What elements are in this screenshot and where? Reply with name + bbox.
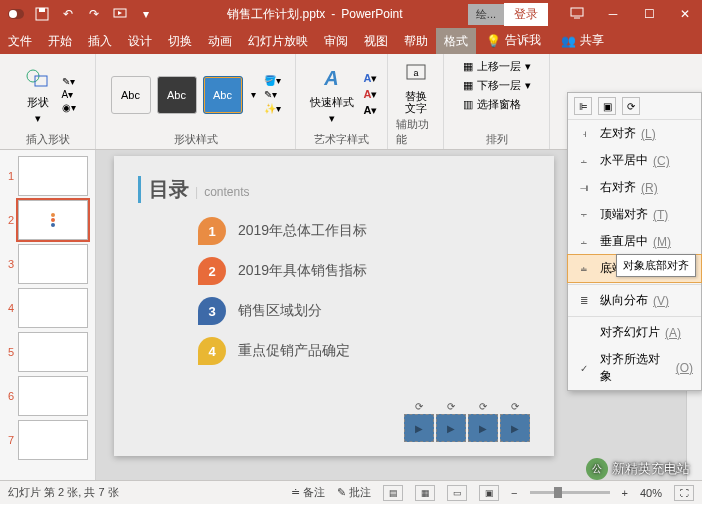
text-fill-icon[interactable]: A▾ [364, 72, 378, 85]
thumb-6[interactable] [18, 376, 88, 416]
tab-file[interactable]: 文件 [0, 28, 40, 54]
align-bottom-icon: ⫨ [576, 263, 592, 274]
maximize-icon[interactable]: ☐ [632, 0, 666, 28]
text-box-icon[interactable]: A▾ [62, 89, 76, 100]
thumb-4[interactable] [18, 288, 88, 328]
rotate-handle-icon[interactable]: ⟳ [511, 401, 519, 412]
selected-shapes-group[interactable]: ⟳ ⟳ ⟳ ⟳ [404, 414, 530, 442]
shape-outline-icon[interactable]: ✎▾ [264, 89, 281, 100]
svg-rect-3 [39, 8, 45, 12]
tab-view[interactable]: 视图 [356, 28, 396, 54]
selected-shape[interactable]: ⟳ [404, 414, 434, 442]
wordart-quick-styles[interactable]: A 快速样式 ▾ [306, 63, 358, 127]
thumb-2[interactable] [18, 200, 88, 240]
tab-slideshow[interactable]: 幻灯片放映 [240, 28, 316, 54]
autosave-toggle[interactable] [6, 4, 26, 24]
close-icon[interactable]: ✕ [668, 0, 702, 28]
rotate-handle-icon[interactable]: ⟳ [479, 401, 487, 412]
ribbon-options-icon[interactable] [560, 0, 594, 28]
zoom-slider[interactable] [530, 491, 610, 494]
rotate-handle-icon[interactable]: ⟳ [447, 401, 455, 412]
reading-view-icon[interactable]: ▭ [447, 485, 467, 501]
notes-button[interactable]: ≐ 备注 [291, 485, 325, 500]
thumb-7[interactable] [18, 420, 88, 460]
tab-share[interactable]: 👥共享 [551, 27, 614, 54]
fit-window-icon[interactable]: ⛶ [674, 485, 694, 501]
thumb-3[interactable] [18, 244, 88, 284]
shapes-gallery-button[interactable]: 形状 ▾ [20, 63, 56, 127]
alt-text-button[interactable]: a 替换 文字 [398, 58, 434, 116]
align-bottom-tooltip: 对象底部对齐 [616, 254, 696, 277]
redo-icon[interactable]: ↷ [84, 4, 104, 24]
toc-item-1[interactable]: 12019年总体工作目标 [198, 217, 530, 245]
tab-animations[interactable]: 动画 [200, 28, 240, 54]
align-right[interactable]: ⫣右对齐(R) [568, 174, 701, 201]
shape-style-2[interactable]: Abc [157, 76, 197, 114]
bring-forward-button[interactable]: ▦上移一层 ▾ [461, 58, 533, 75]
text-effects-icon[interactable]: A▾ [364, 104, 378, 117]
selected-shape[interactable]: ⟳ [468, 414, 498, 442]
rotate-handle-icon[interactable]: ⟳ [415, 401, 423, 412]
align-top[interactable]: ⫟顶端对齐(T) [568, 201, 701, 228]
toc-item-2[interactable]: 22019年具体销售指标 [198, 257, 530, 285]
tab-review[interactable]: 审阅 [316, 28, 356, 54]
start-show-icon[interactable] [110, 4, 130, 24]
send-backward-button[interactable]: ▦下移一层 ▾ [461, 77, 533, 94]
slide-canvas[interactable]: 目录 | contents 12019年总体工作目标 22019年具体销售指标 … [114, 156, 554, 456]
save-icon[interactable] [32, 4, 52, 24]
tab-help[interactable]: 帮助 [396, 28, 436, 54]
align-middle-v[interactable]: ⫠垂直居中(M) [568, 228, 701, 255]
normal-view-icon[interactable]: ▤ [383, 485, 403, 501]
edit-shape-icon[interactable]: ✎▾ [62, 76, 76, 87]
gallery-more-icon[interactable]: ▾ [249, 89, 258, 100]
selected-shape[interactable]: ⟳ [500, 414, 530, 442]
merge-shapes-icon[interactable]: ◉▾ [62, 102, 76, 113]
context-tab-drawing[interactable]: 绘... [468, 4, 504, 25]
chevron-down-icon: ▾ [35, 112, 41, 125]
zoom-level[interactable]: 40% [640, 487, 662, 499]
align-top-icon: ⫟ [576, 209, 592, 220]
align-toolbar-icon[interactable]: ⊫ [574, 97, 592, 115]
thumb-5[interactable] [18, 332, 88, 372]
selection-pane-button[interactable]: ▥选择窗格 [461, 96, 533, 113]
tab-design[interactable]: 设计 [120, 28, 160, 54]
rotate-toolbar-icon[interactable]: ⟳ [622, 97, 640, 115]
tab-home[interactable]: 开始 [40, 28, 80, 54]
tab-tellme[interactable]: 💡告诉我 [476, 27, 551, 54]
bring-forward-icon: ▦ [463, 60, 473, 73]
tab-format[interactable]: 格式 [436, 28, 476, 54]
selected-shape[interactable]: ⟳ [436, 414, 466, 442]
toc-item-3[interactable]: 3销售区域划分 [198, 297, 530, 325]
align-center-h[interactable]: ⫠水平居中(C) [568, 147, 701, 174]
tab-transitions[interactable]: 切换 [160, 28, 200, 54]
thumb-1[interactable] [18, 156, 88, 196]
shape-style-3[interactable]: Abc [203, 76, 243, 114]
chevron-down-icon: ▾ [329, 112, 335, 125]
slide-thumbnail-pane[interactable]: 1 2 3 4 5 6 7 [0, 150, 96, 480]
align-to-slide[interactable]: 对齐幻灯片(A) [568, 319, 701, 346]
distribute-v[interactable]: ≣纵向分布(V) [568, 287, 701, 314]
undo-icon[interactable]: ↶ [58, 4, 78, 24]
slideshow-view-icon[interactable]: ▣ [479, 485, 499, 501]
watermark: 公 新精英充电站 [586, 458, 690, 480]
statusbar: 幻灯片 第 2 张, 共 7 张 ≐ 备注 ✎ 批注 ▤ ▦ ▭ ▣ − + 4… [0, 480, 702, 504]
zoom-in-icon[interactable]: + [622, 487, 628, 499]
shape-effects-icon[interactable]: ✨▾ [264, 103, 281, 114]
text-outline-icon[interactable]: A▾ [364, 88, 378, 101]
group-insert-shapes: 插入形状 [26, 131, 70, 148]
qat-customize-icon[interactable]: ▾ [136, 4, 156, 24]
align-left[interactable]: ⫞左对齐(L) [568, 120, 701, 147]
slide-counter: 幻灯片 第 2 张, 共 7 张 [8, 485, 119, 500]
zoom-out-icon[interactable]: − [511, 487, 517, 499]
shape-style-1[interactable]: Abc [111, 76, 151, 114]
selection-pane-icon: ▥ [463, 98, 473, 111]
tab-insert[interactable]: 插入 [80, 28, 120, 54]
group-toolbar-icon[interactable]: ▣ [598, 97, 616, 115]
login-button[interactable]: 登录 [504, 3, 548, 26]
sorter-view-icon[interactable]: ▦ [415, 485, 435, 501]
comments-button[interactable]: ✎ 批注 [337, 485, 371, 500]
toc-item-4[interactable]: 4重点促销产品确定 [198, 337, 530, 365]
minimize-icon[interactable]: ─ [596, 0, 630, 28]
shape-fill-icon[interactable]: 🪣▾ [264, 75, 281, 86]
align-to-selected[interactable]: ✓对齐所选对象(O) [568, 346, 701, 390]
